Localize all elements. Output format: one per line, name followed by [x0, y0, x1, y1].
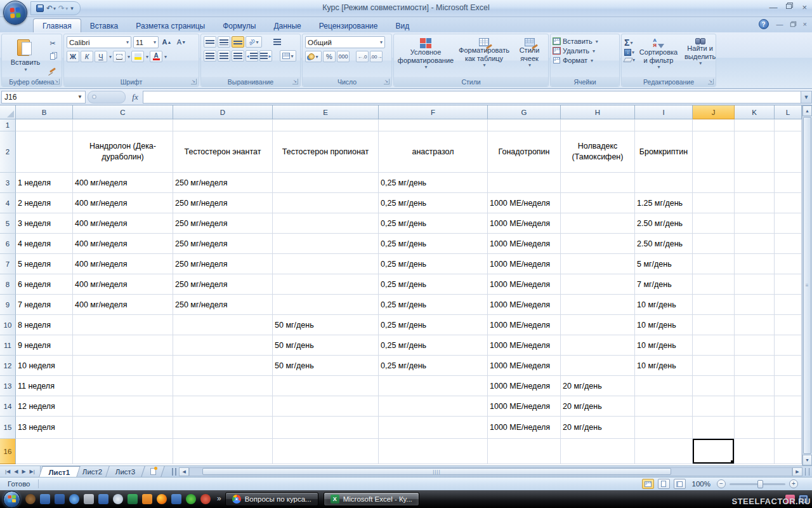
cell-B6[interactable]: 4 неделя: [16, 234, 73, 254]
window-blue-icon[interactable]: [171, 494, 181, 504]
cell-I5[interactable]: 2.50 мг/день: [635, 213, 693, 234]
cell-B8[interactable]: 6 неделя: [16, 274, 73, 295]
cell-H3[interactable]: [561, 173, 635, 193]
cell-styles-button[interactable]: Стили ячеек▾: [513, 36, 546, 70]
alignment-dialog-launcher[interactable]: ↘: [292, 79, 298, 84]
column-header-F[interactable]: F: [379, 105, 488, 119]
restore-workbook-button[interactable]: [790, 22, 796, 27]
cell-L15[interactable]: [775, 417, 802, 439]
cell-D12[interactable]: [173, 356, 273, 376]
cell-J1[interactable]: [693, 119, 735, 131]
cell-K14[interactable]: [735, 396, 775, 417]
cell-L12[interactable]: [775, 356, 802, 376]
cell-H7[interactable]: [561, 254, 635, 274]
row-header-9[interactable]: 9: [0, 295, 16, 315]
prev-sheet-button[interactable]: ◀: [14, 469, 18, 474]
column-header-B[interactable]: B: [16, 105, 73, 119]
cell-I14[interactable]: [635, 396, 693, 417]
scrollbar-resize-handle[interactable]: [805, 468, 809, 476]
cell-H2[interactable]: Нолвадекс (Тамоксифен): [561, 131, 635, 173]
cell-J12[interactable]: [693, 356, 735, 376]
cell-B12[interactable]: 10 неделя: [16, 356, 73, 376]
scroll-right-button[interactable]: ▶: [792, 467, 802, 476]
row-header-8[interactable]: 8: [0, 274, 16, 295]
fill-button[interactable]: ↓▾: [624, 49, 635, 56]
row-header-14[interactable]: 14: [0, 396, 16, 417]
close-workbook-button[interactable]: ×: [803, 20, 807, 28]
conditional-formatting-button[interactable]: Условное форматирование▾: [396, 36, 455, 72]
cell-G10[interactable]: 1000 МЕ/неделя: [488, 315, 561, 335]
cell-K11[interactable]: [735, 335, 775, 356]
cell-C16[interactable]: [73, 439, 173, 464]
cell-E5[interactable]: [273, 213, 379, 234]
cell-D7[interactable]: 250 мг/неделя: [173, 254, 273, 274]
format-cells-button[interactable]: Формат▾: [553, 57, 617, 64]
column-header-J[interactable]: J: [693, 105, 735, 119]
cell-C14[interactable]: [73, 396, 173, 417]
cell-I11[interactable]: 10 мг/день: [635, 335, 693, 356]
zoom-out-button[interactable]: −: [717, 479, 726, 488]
cell-E4[interactable]: [273, 193, 379, 213]
cell-H9[interactable]: [561, 295, 635, 315]
decrease-decimal-button[interactable]: .00→: [370, 51, 383, 62]
cell-J14[interactable]: [693, 396, 735, 417]
last-sheet-button[interactable]: ▶|: [30, 469, 35, 474]
cell-C6[interactable]: 400 мг/неделя: [73, 234, 173, 254]
cell-D3[interactable]: 250 мг/неделя: [173, 173, 273, 193]
cell-D10[interactable]: [173, 315, 273, 335]
cell-J8[interactable]: [693, 274, 735, 295]
column-header-I[interactable]: I: [635, 105, 693, 119]
percent-style-button[interactable]: %: [323, 51, 336, 62]
cell-G7[interactable]: 1000 МЕ/неделя: [488, 254, 561, 274]
cell-F2[interactable]: анастразол: [379, 131, 488, 173]
cell-D14[interactable]: [173, 396, 273, 417]
cell-G14[interactable]: 1000 МЕ/неделя: [488, 396, 561, 417]
cell-K10[interactable]: [735, 315, 775, 335]
cell-E6[interactable]: [273, 234, 379, 254]
app-brown-icon[interactable]: [25, 494, 36, 504]
cell-D11[interactable]: [173, 335, 273, 356]
cell-B11[interactable]: 9 неделя: [16, 335, 73, 356]
cell-L13[interactable]: [775, 376, 802, 396]
scroll-up-button[interactable]: ▲: [802, 105, 812, 116]
media-player-icon[interactable]: [69, 494, 79, 504]
cell-G6[interactable]: 1000 МЕ/неделя: [488, 234, 561, 254]
cell-F3[interactable]: 0,25 мг/день: [379, 173, 488, 193]
bold-button[interactable]: Ж: [67, 51, 79, 62]
cell-F8[interactable]: 0,25 мг/день: [379, 274, 488, 295]
formula-input[interactable]: [143, 91, 801, 104]
cell-L11[interactable]: [775, 335, 802, 356]
cell-I15[interactable]: [635, 417, 693, 439]
cell-L4[interactable]: [775, 193, 802, 213]
cell-C3[interactable]: 400 мг/неделя: [73, 173, 173, 193]
cell-L1[interactable]: [775, 119, 802, 131]
cell-I16[interactable]: [635, 439, 693, 464]
cell-H13[interactable]: 20 мг/день: [561, 376, 635, 396]
office-button[interactable]: [3, 1, 27, 25]
cell-J11[interactable]: [693, 335, 735, 356]
cell-K5[interactable]: [735, 213, 775, 234]
vertical-scroll-thumb[interactable]: ≡: [803, 117, 811, 454]
cell-D1[interactable]: [173, 119, 273, 131]
align-top-button[interactable]: [204, 36, 216, 48]
cell-D6[interactable]: 250 мг/неделя: [173, 234, 273, 254]
cell-H5[interactable]: [561, 213, 635, 234]
italic-button[interactable]: К: [81, 51, 93, 62]
cell-L14[interactable]: [775, 396, 802, 417]
insert-worksheet-button[interactable]: [142, 466, 165, 477]
cell-D16[interactable]: [173, 439, 273, 464]
cell-I9[interactable]: 10 мг/день: [635, 295, 693, 315]
cell-B5[interactable]: 3 неделя: [16, 213, 73, 234]
number-format-combo[interactable]: Общий▾: [305, 36, 385, 48]
font-name-combo[interactable]: Calibri▾: [67, 36, 131, 48]
cell-F7[interactable]: 0,25 мг/день: [379, 254, 488, 274]
cell-I2[interactable]: Бромкриптин: [635, 131, 693, 173]
cell-D4[interactable]: 250 мг/неделя: [173, 193, 273, 213]
cell-G8[interactable]: 1000 МЕ/неделя: [488, 274, 561, 295]
player-orange-icon[interactable]: [142, 494, 152, 504]
restore-button[interactable]: [786, 3, 793, 9]
cell-K3[interactable]: [735, 173, 775, 193]
cell-L6[interactable]: [775, 234, 802, 254]
cell-K7[interactable]: [735, 254, 775, 274]
firefox-orange-icon[interactable]: [157, 494, 167, 504]
